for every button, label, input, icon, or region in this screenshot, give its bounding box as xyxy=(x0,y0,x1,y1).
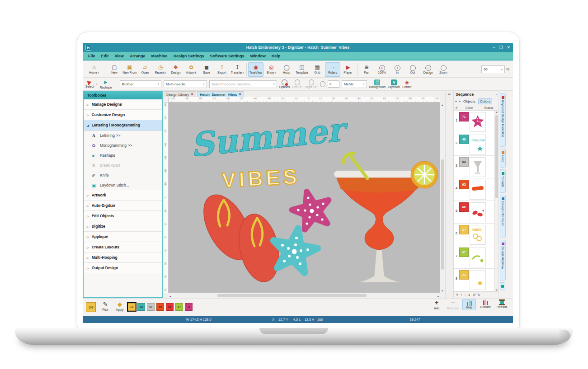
move-to-end-icon[interactable]: ↡ xyxy=(468,293,471,297)
center-design-button[interactable]: ◈Center xyxy=(402,78,411,90)
tool-monogramming[interactable]: ✿Monogramming >> xyxy=(84,140,162,150)
resequence-back-icon[interactable]: ↺ xyxy=(472,293,475,297)
scrollbar-thumb[interactable] xyxy=(441,159,444,270)
sequence-row[interactable]: 4 65 xyxy=(454,178,499,201)
close-tab-icon[interactable]: ✕ xyxy=(239,93,241,96)
scroll-down-icon[interactable]: ▾ xyxy=(442,289,443,292)
options-button[interactable]: Options xyxy=(279,78,290,90)
resequence-forward-icon[interactable]: ↻ xyxy=(477,293,480,297)
trueview-button[interactable]: ◉TrueView xyxy=(248,62,263,77)
close-tab-icon[interactable]: ✕ xyxy=(191,93,193,96)
panel-splitter[interactable]: ◂▸ xyxy=(445,91,453,298)
new-button[interactable]: ▢New xyxy=(107,62,122,77)
palette-chip[interactable]: 66 xyxy=(166,303,174,311)
add-color-button[interactable]: +Add xyxy=(430,299,443,310)
show-button[interactable]: ◎Show▾ xyxy=(263,62,279,77)
current-color-chip[interactable]: 24 xyxy=(86,302,96,312)
menu-view[interactable]: View xyxy=(115,54,124,58)
home-button[interactable]: ⌂ Home▾ xyxy=(85,62,103,77)
scroll-right-icon[interactable]: ▸ xyxy=(437,294,439,298)
chevron-down-icon[interactable]: ▾ xyxy=(96,83,98,85)
sidebar-item-customize-design[interactable]: ▷Customize Design xyxy=(84,110,162,120)
zoom-tool-button[interactable]: Zoom xyxy=(436,62,451,77)
tab-colors[interactable]: Colors xyxy=(478,98,492,104)
sequence-row[interactable]: 8 24 xyxy=(454,269,499,291)
sidebar-item-applique[interactable]: ▷Appliqué xyxy=(84,232,162,242)
menu-edit[interactable]: Edit xyxy=(101,54,109,58)
zoom-design-button[interactable]: ▫Design xyxy=(420,62,436,77)
rotate-left-15-button[interactable]: Left 15° xyxy=(292,78,303,90)
menu-window[interactable]: Window xyxy=(250,54,265,58)
zoom-level-select[interactable]: 90▾ xyxy=(481,65,505,73)
background-button[interactable]: ▒Background xyxy=(369,78,386,90)
color-swatch[interactable]: 66 xyxy=(459,202,469,212)
scroll-up-icon[interactable]: ▴ xyxy=(442,103,443,106)
palette-chip[interactable]: 67 xyxy=(175,303,183,311)
remove-color-button[interactable]: −Remove xyxy=(446,299,460,310)
sequence-scrollbar[interactable]: ▲ ▼ xyxy=(494,111,499,291)
color-swatch[interactable]: 67 xyxy=(459,248,469,257)
palette-chip[interactable]: 48 xyxy=(137,303,145,311)
apply-color-button[interactable]: ◆Apply xyxy=(113,301,127,311)
sequence-row[interactable]: 1 71 xyxy=(454,111,499,133)
menu-software-settings[interactable]: Software Settings xyxy=(210,54,244,58)
palette-chip[interactable]: 24 xyxy=(128,303,136,311)
menu-help[interactable]: Help xyxy=(272,54,281,58)
player-button[interactable]: ▶Player xyxy=(340,62,356,77)
design-button[interactable]: ❖Design xyxy=(168,62,183,77)
color-swatch[interactable]: 24 xyxy=(459,270,469,280)
sidebar-item-create-layouts[interactable]: ▷Create Layouts xyxy=(84,242,162,252)
menu-arrange[interactable]: Arrange xyxy=(130,54,146,58)
color-swatch[interactable]: 71 xyxy=(459,112,469,121)
sequence-row[interactable]: 2 48 Summer xyxy=(454,133,499,156)
move-down-icon[interactable]: ↓ xyxy=(464,293,466,297)
machine-brand-select[interactable]: Brother▾ xyxy=(120,80,161,88)
grid-button[interactable]: ▦Grid xyxy=(310,62,325,77)
maximize-button[interactable]: ❐ xyxy=(499,45,503,50)
sequence-row[interactable]: 5 66 xyxy=(454,201,499,224)
open-button[interactable]: ▱Open xyxy=(137,62,153,77)
sidebar-item-multi-hooping[interactable]: ▷Multi-Hooping xyxy=(84,252,162,263)
new-from-button[interactable]: ▣New From xyxy=(122,62,137,77)
transfer-button[interactable]: ↧Transfer▾ xyxy=(230,62,245,77)
rotate-right-15-button[interactable]: Right 15° xyxy=(305,78,318,90)
sidebar-item-edit-objects[interactable]: ▷Edit Objects xyxy=(84,211,162,221)
color-swatch[interactable]: 48 xyxy=(459,135,469,144)
rotate-angle-input[interactable]: 0 xyxy=(328,80,339,88)
tab-keyboard-design-collection[interactable]: Keyboard Design Collection xyxy=(500,93,506,147)
units-select[interactable]: Metric▾ xyxy=(342,80,367,88)
tab-partial[interactable] xyxy=(500,282,505,290)
scroll-up-icon[interactable]: ▲ xyxy=(495,111,498,113)
palette-chip[interactable]: 65 xyxy=(156,303,164,311)
sidebar-item-auto-digitize[interactable]: ▷Auto-Digitize xyxy=(84,201,162,211)
scroll-left-icon[interactable]: ◂ xyxy=(169,294,171,298)
minimize-button[interactable]: – xyxy=(493,45,495,50)
menu-file[interactable]: File xyxy=(88,54,95,58)
rulers-button[interactable]: ¬Rulers xyxy=(325,62,340,77)
hoop-button[interactable]: ◯Hoop xyxy=(279,62,294,77)
design-canvas[interactable]: Summer VIBES xyxy=(169,103,440,293)
sidebar-item-artwork[interactable]: ▷Artwork xyxy=(84,190,162,201)
tool-laydown-stitch[interactable]: ▣Laydown Stitch... xyxy=(84,180,162,190)
zoom-out-button[interactable]: −Out xyxy=(405,62,420,77)
tab-threads[interactable]: Threads xyxy=(500,169,506,193)
export-button[interactable]: ↥Export xyxy=(214,62,230,77)
menu-design-settings[interactable]: Design Settings xyxy=(173,54,204,58)
artwork-button[interactable]: ✿Artwork xyxy=(183,62,199,77)
tab-hatch-summer-vibes[interactable]: Hatch_Summer_Vibes✕ xyxy=(197,91,244,97)
template-button[interactable]: ◫Template xyxy=(294,62,310,77)
zoom-100-button[interactable]: 1100% xyxy=(374,62,390,77)
tool-lettering[interactable]: ALettering >> xyxy=(84,131,162,140)
move-to-start-icon[interactable]: ↟ xyxy=(456,293,459,297)
tab-hints[interactable]: Hints xyxy=(500,149,506,168)
scrollbar-thumb[interactable] xyxy=(217,294,367,297)
save-button[interactable]: ◼Save xyxy=(199,62,214,77)
tab-design-overview[interactable]: Design Overview xyxy=(500,240,506,280)
tool-reshape[interactable]: ►Reshape xyxy=(84,150,162,160)
pick-color-button[interactable]: ✎Pick xyxy=(98,301,113,311)
tab-objects[interactable]: Objects xyxy=(462,99,477,104)
discard-colors-button[interactable]: Discard xyxy=(479,299,492,310)
tab-scroll-arrows[interactable]: ◂▸ xyxy=(446,92,453,95)
hide-colors-button[interactable]: Hide xyxy=(462,299,476,310)
color-swatch[interactable]: 24 xyxy=(459,225,469,234)
